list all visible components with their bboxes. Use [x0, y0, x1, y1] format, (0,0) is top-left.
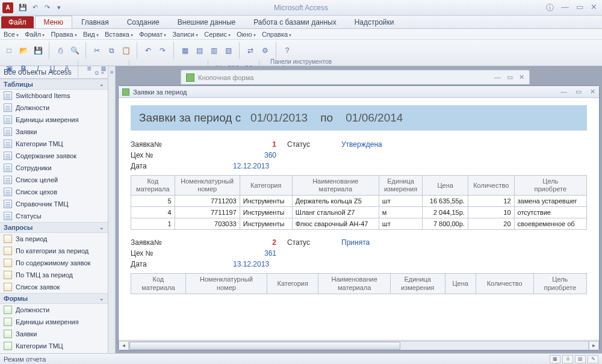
paste-icon[interactable]: 📋	[120, 45, 131, 56]
tab-home[interactable]: Главная	[72, 16, 118, 28]
nav-item[interactable]: Справочник ТМЦ	[0, 198, 108, 210]
align-center-icon[interactable]: ≣	[98, 63, 109, 74]
nav-item-label: По категории за период	[16, 247, 88, 254]
align-left-icon[interactable]: ≡	[84, 63, 95, 74]
label-date: Дата	[131, 260, 209, 268]
font-icon[interactable]: A	[61, 63, 72, 74]
scroll-right-icon[interactable]: ►	[589, 341, 599, 350]
menu-format[interactable]: Формат	[139, 31, 166, 38]
minimize-button[interactable]: —	[561, 2, 569, 13]
report-body[interactable]: Заявки за период с 01/01/2013 по 01/06/2…	[119, 98, 599, 340]
tab-menu[interactable]: Меню	[35, 16, 72, 28]
menu-file[interactable]: Файл	[25, 31, 45, 38]
ribbon-body: □ 📂 💾 ⎙ 🔍 ✂ ⧉ 📋 ↶ ↷ ▦ ▤ ▥ ▧ ⇄ ⚙ ? ▣ B I …	[0, 40, 602, 66]
help-icon[interactable]: ⓘ	[546, 2, 554, 13]
bg-minimize-icon[interactable]: —	[494, 73, 501, 81]
nav-item[interactable]: Заявки	[0, 126, 108, 138]
tab-addins[interactable]: Надстройки	[346, 16, 403, 28]
view-icon[interactable]: ▣	[4, 63, 14, 74]
shutter-bar[interactable]: »	[108, 66, 116, 353]
save-icon[interactable]: 💾	[18, 3, 28, 13]
cut-icon[interactable]: ✂	[92, 45, 102, 56]
menu-help[interactable]: Справка	[262, 31, 291, 38]
menu-view[interactable]: Вид	[83, 31, 99, 38]
undo-icon[interactable]: ↶	[30, 3, 40, 13]
report-titlebar[interactable]: Заявки за период — ▭ ✕	[119, 86, 599, 98]
doc-maximize-icon[interactable]: ▭	[576, 88, 582, 96]
doc-minimize-icon[interactable]: —	[560, 88, 567, 96]
underline-icon[interactable]: U	[47, 63, 58, 74]
bold-icon[interactable]: B	[18, 63, 29, 74]
open-icon[interactable]: 📂	[18, 45, 29, 56]
nav-item[interactable]: Единицы измерения	[0, 114, 108, 126]
copy-icon[interactable]: ⧉	[106, 45, 117, 56]
scroll-track[interactable]	[129, 341, 589, 350]
nav-item[interactable]: Список целей	[0, 174, 108, 186]
italic-icon[interactable]: I	[33, 63, 43, 74]
relationships-icon[interactable]: ⇄	[245, 45, 256, 56]
table-row[interactable]: 1703033ИнструментыФлюс сварочный АН-47шт…	[131, 218, 587, 230]
preview-icon[interactable]: 🔍	[69, 45, 80, 56]
qat-more-icon[interactable]: ▾	[54, 3, 64, 13]
tab-external-data[interactable]: Внешние данные	[169, 16, 245, 28]
menu-insert[interactable]: Вставка	[105, 31, 133, 38]
scroll-thumb[interactable]	[129, 342, 400, 350]
nav-item[interactable]: Список заявок	[0, 281, 108, 293]
nav-item[interactable]: Должности	[0, 102, 108, 114]
bg-close-icon[interactable]: ✕	[519, 73, 524, 81]
report-icon[interactable]: ▥	[208, 45, 219, 56]
nav-item[interactable]: По содержимому заявок	[0, 257, 108, 269]
menu-all[interactable]: Все	[4, 31, 19, 38]
new-icon[interactable]: □	[4, 45, 14, 56]
tab-database-tools[interactable]: Работа с базами данных	[244, 16, 345, 28]
label-request-num: Заявка№	[131, 140, 209, 149]
scroll-left-icon[interactable]: ◄	[119, 341, 129, 350]
redo-icon[interactable]: ↷	[157, 45, 168, 56]
nav-item[interactable]: Заявки	[0, 328, 108, 340]
query-icon[interactable]: ▧	[223, 45, 234, 56]
nav-group-query[interactable]: Запросы⌄	[0, 222, 108, 233]
tab-create[interactable]: Создание	[118, 16, 169, 28]
view-layout-icon[interactable]: ▤	[575, 355, 586, 363]
macro-icon[interactable]: ⚙	[259, 45, 270, 56]
nav-item[interactable]: За период	[0, 233, 108, 245]
nav-item[interactable]: Должности	[0, 304, 108, 316]
save-icon[interactable]: 💾	[33, 45, 43, 56]
horizontal-scrollbar[interactable]: ◄ ►	[119, 340, 599, 350]
nav-item[interactable]: Категории ТМЦ	[0, 138, 108, 150]
view-report-icon[interactable]: ▦	[550, 355, 560, 363]
maximize-button[interactable]: ▭	[576, 2, 583, 13]
undo-icon[interactable]: ↶	[143, 45, 154, 56]
redo-icon[interactable]: ↷	[42, 3, 52, 13]
nav-item[interactable]: Категории ТМЦ	[0, 340, 108, 352]
help-icon[interactable]: ?	[282, 45, 293, 56]
bg-maximize-icon[interactable]: ▭	[507, 73, 513, 81]
menu-tools[interactable]: Сервис	[204, 31, 231, 38]
doc-close-icon[interactable]: ✕	[590, 88, 595, 96]
nav-item[interactable]: По ТМЦ за период	[0, 269, 108, 281]
close-button[interactable]: ✕	[591, 2, 597, 13]
nav-group-table[interactable]: Таблицы⌄	[0, 79, 108, 90]
nav-group-form[interactable]: Формы⌄	[0, 293, 108, 304]
menu-window[interactable]: Окно	[237, 31, 256, 38]
file-tab[interactable]: Файл	[1, 16, 34, 28]
nav-item[interactable]: Единицы измерения	[0, 316, 108, 328]
menu-records[interactable]: Записи	[172, 31, 198, 38]
nav-item[interactable]: Сотрудники	[0, 162, 108, 174]
print-icon[interactable]: ⎙	[55, 45, 66, 56]
table-icon	[4, 212, 12, 220]
view-design-icon[interactable]: ✎	[588, 355, 598, 363]
nav-item[interactable]: По категории за период	[0, 245, 108, 257]
nav-item[interactable]: Список цехов	[0, 186, 108, 198]
table-row[interactable]: 47711197ИнструментыШланг стальной Z7м2 0…	[131, 207, 587, 218]
nav-item[interactable]: Switchboard Items	[0, 90, 108, 102]
menu-edit[interactable]: Правка	[51, 31, 76, 38]
table-icon[interactable]: ▦	[179, 45, 190, 56]
nav-item[interactable]: Содержание заявок	[0, 150, 108, 162]
column-header: Единицаизмерения	[390, 274, 445, 294]
background-window-titlebar[interactable]: Кнопочная форма — ▭ ✕	[181, 70, 530, 84]
table-row[interactable]: 57711203ИнструментыДержатель кольца Z5шт…	[131, 196, 587, 207]
nav-item[interactable]: Статусы	[0, 210, 108, 222]
view-print-icon[interactable]: ⎙	[562, 355, 573, 363]
form-icon[interactable]: ▤	[194, 45, 205, 56]
